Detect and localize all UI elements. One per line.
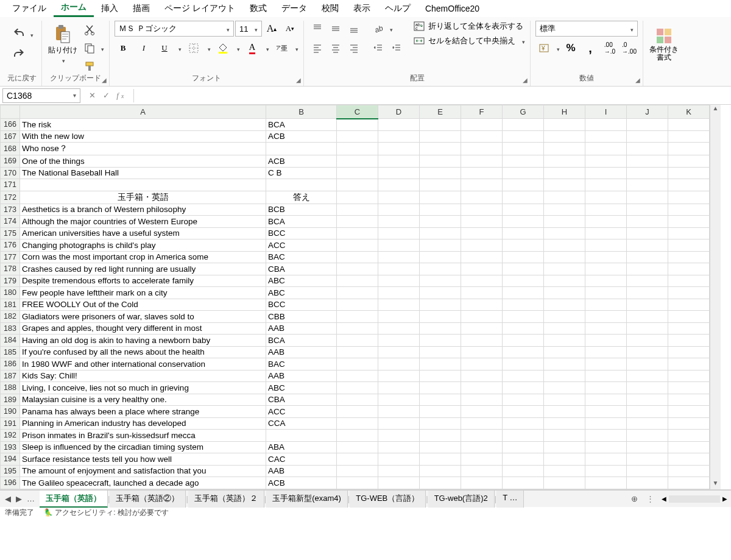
cell[interactable]: ACB <box>266 130 337 143</box>
cell[interactable] <box>668 430 710 442</box>
cell[interactable] <box>627 179 668 191</box>
cell[interactable] <box>378 346 420 358</box>
col-header-F[interactable]: F <box>461 105 503 119</box>
cell[interactable]: With the new low <box>20 130 266 143</box>
cell[interactable] <box>544 239 585 252</box>
cell[interactable] <box>544 370 585 382</box>
cell[interactable] <box>668 191 710 204</box>
sheet-tab[interactable]: TG-WEB（言語） <box>350 491 426 508</box>
cell[interactable] <box>420 119 461 131</box>
increase-decimal-button[interactable]: .00→.0 <box>601 40 618 56</box>
cell[interactable] <box>668 119 710 131</box>
cell[interactable]: 玉手箱・英語 <box>20 191 266 204</box>
table-row[interactable]: 170The National Baseball HallC B <box>1 167 710 179</box>
row-header[interactable]: 186 <box>1 358 20 370</box>
wrap-text-button[interactable]: abc 折り返して全体を表示する <box>414 21 525 32</box>
cell[interactable] <box>461 239 503 252</box>
cell[interactable] <box>378 251 420 263</box>
cell[interactable]: BCA <box>266 335 337 347</box>
table-row[interactable]: 184Having an old dog is akin to having a… <box>1 335 710 347</box>
col-header-I[interactable]: I <box>585 105 627 119</box>
cell[interactable] <box>503 477 544 489</box>
cell[interactable] <box>585 143 627 155</box>
cell[interactable] <box>461 155 503 168</box>
cell[interactable] <box>503 346 544 358</box>
cell[interactable] <box>420 216 461 228</box>
cell[interactable] <box>544 216 585 228</box>
decrease-decimal-button[interactable]: .0→.00 <box>621 40 638 56</box>
cell[interactable] <box>337 287 378 299</box>
cell[interactable] <box>378 406 420 418</box>
cell[interactable] <box>461 382 503 394</box>
cell[interactable] <box>420 299 461 311</box>
orientation-dropdown[interactable] <box>388 24 393 34</box>
fill-color-dropdown[interactable] <box>235 44 240 53</box>
cell[interactable] <box>461 299 503 311</box>
cell[interactable] <box>461 263 503 275</box>
cell[interactable] <box>668 179 710 191</box>
cell[interactable] <box>461 227 503 239</box>
cell[interactable] <box>337 322 378 335</box>
paste-dropdown[interactable] <box>60 55 65 65</box>
borders-dropdown[interactable] <box>206 44 211 53</box>
italic-button[interactable]: I <box>135 40 152 56</box>
cell[interactable] <box>378 275 420 287</box>
cell[interactable] <box>544 119 585 131</box>
cell[interactable] <box>420 477 461 489</box>
cell[interactable] <box>337 155 378 168</box>
cell[interactable] <box>461 465 503 477</box>
cell[interactable]: FREE WOOLLY Out of the Cold <box>20 299 266 311</box>
cell[interactable] <box>585 299 627 311</box>
cell[interactable]: BAC <box>266 251 337 263</box>
cell[interactable] <box>461 335 503 347</box>
cell[interactable] <box>503 191 544 204</box>
cell[interactable] <box>420 358 461 370</box>
cell[interactable] <box>668 287 710 299</box>
cell[interactable] <box>585 179 627 191</box>
cell[interactable]: BAC <box>266 358 337 370</box>
cell[interactable] <box>337 251 378 263</box>
cell[interactable] <box>503 335 544 347</box>
row-header[interactable]: 188 <box>1 382 20 394</box>
cell[interactable] <box>378 119 420 131</box>
row-header[interactable]: 179 <box>1 275 20 287</box>
cell[interactable] <box>627 465 668 477</box>
cell[interactable] <box>627 167 668 179</box>
cell[interactable] <box>585 251 627 263</box>
table-row[interactable]: 195The amount of enjoyment and satisfact… <box>1 465 710 477</box>
cell[interactable] <box>420 251 461 263</box>
phonetic-dropdown[interactable] <box>294 44 298 53</box>
cell[interactable]: AAB <box>266 370 337 382</box>
cell[interactable]: Gladiators were prisoners of war, slaves… <box>20 311 266 323</box>
accounting-format-button[interactable]: ¥ <box>535 40 553 56</box>
cell[interactable] <box>420 382 461 394</box>
align-left-button[interactable] <box>309 40 326 56</box>
cell[interactable]: CBB <box>266 311 337 323</box>
col-header-H[interactable]: H <box>544 105 585 119</box>
cell[interactable] <box>503 251 544 263</box>
cell[interactable]: If you're confused by all the news about… <box>20 346 266 358</box>
menu-ホーム[interactable]: ホーム <box>54 0 94 17</box>
row-header[interactable]: 189 <box>1 394 20 406</box>
table-row[interactable]: 191Planning in American industry has dev… <box>1 417 710 430</box>
col-header-B[interactable]: B <box>266 105 337 119</box>
cell[interactable] <box>420 346 461 358</box>
cell[interactable] <box>503 216 544 228</box>
cell[interactable] <box>378 263 420 275</box>
horizontal-scrollbar[interactable] <box>669 495 720 503</box>
cell[interactable]: Planning in American industry has develo… <box>20 417 266 430</box>
cell[interactable] <box>668 406 710 418</box>
row-header[interactable]: 191 <box>1 417 20 430</box>
cell[interactable]: The amount of enjoyment and satisfaction… <box>20 465 266 477</box>
cell[interactable] <box>378 179 420 191</box>
cell[interactable] <box>461 441 503 453</box>
cell[interactable] <box>544 322 585 335</box>
cell[interactable] <box>627 382 668 394</box>
cell[interactable] <box>337 370 378 382</box>
cell[interactable] <box>585 119 627 131</box>
increase-font-button[interactable]: A▴ <box>263 21 280 37</box>
cell[interactable] <box>627 299 668 311</box>
accounting-dropdown[interactable] <box>555 44 560 53</box>
row-header[interactable]: 180 <box>1 287 20 299</box>
cell[interactable] <box>420 465 461 477</box>
